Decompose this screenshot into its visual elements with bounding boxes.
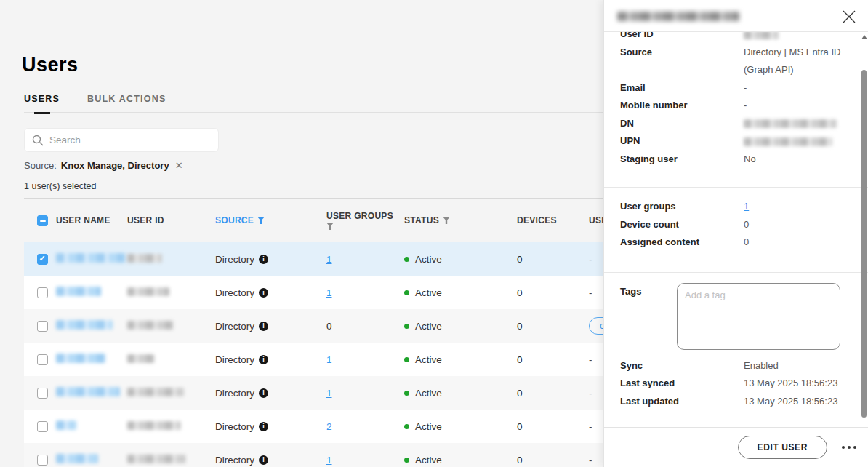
panel-scrollbar[interactable] bbox=[861, 33, 867, 422]
row-checkbox[interactable] bbox=[37, 455, 48, 466]
row-checkbox[interactable] bbox=[37, 388, 48, 399]
user-id-redacted bbox=[127, 287, 169, 296]
stat-field-value: 0 bbox=[744, 234, 749, 252]
table-row[interactable]: Directoryi1Active0- bbox=[24, 242, 649, 276]
edit-user-button[interactable]: EDIT USER bbox=[738, 436, 827, 459]
source-filter-chip: Source: Knox Manage, Directory ✕ bbox=[24, 160, 183, 171]
devices-cell: 0 bbox=[517, 354, 589, 365]
devices-cell: 0 bbox=[517, 321, 589, 332]
scrollbar-up-arrow-icon[interactable] bbox=[861, 35, 867, 39]
user-id-redacted bbox=[127, 455, 185, 463]
info-icon[interactable]: i bbox=[259, 388, 268, 398]
user-detail-panel: User IDSourceDirectory | MS Entra ID (Gr… bbox=[603, 0, 868, 467]
sync-field-label: Last updated bbox=[620, 393, 744, 411]
detail-field-value: Directory | MS Entra ID (Graph API) bbox=[744, 44, 852, 79]
table-row[interactable]: Directoryi2Active0- bbox=[24, 410, 649, 443]
more-actions-icon[interactable] bbox=[840, 442, 858, 453]
source-cell: Directoryi bbox=[215, 254, 326, 265]
stat-field-value: 0 bbox=[744, 216, 749, 234]
add-tag-input[interactable] bbox=[677, 283, 840, 350]
source-cell: Directoryi bbox=[215, 287, 326, 298]
detail-field-value bbox=[744, 32, 779, 44]
sync-field-row: SyncEnabled bbox=[620, 357, 852, 375]
user-name-cell[interactable] bbox=[56, 420, 127, 432]
source-label: Directory bbox=[215, 421, 254, 432]
table-row[interactable]: Directoryi0Active0ca bbox=[24, 309, 649, 343]
user-name-cell[interactable] bbox=[56, 287, 127, 298]
table-row[interactable]: Directoryi1Active0- bbox=[24, 276, 649, 309]
status-label: Active bbox=[415, 321, 442, 332]
row-checkbox[interactable] bbox=[37, 254, 48, 265]
info-icon[interactable]: i bbox=[259, 422, 268, 431]
row-checkbox[interactable] bbox=[37, 354, 48, 365]
user-groups-link[interactable]: 1 bbox=[326, 354, 332, 365]
scrollbar-thumb[interactable] bbox=[861, 70, 867, 418]
user-groups-cell: 1 bbox=[326, 254, 404, 265]
info-icon[interactable]: i bbox=[259, 288, 268, 298]
status-label: Active bbox=[415, 354, 442, 365]
info-icon[interactable]: i bbox=[259, 255, 268, 264]
table-row[interactable]: Directoryi1Active0- bbox=[24, 376, 649, 410]
user-id-redacted bbox=[127, 354, 155, 363]
devices-cell: 0 bbox=[517, 388, 589, 399]
info-icon[interactable]: i bbox=[259, 355, 268, 364]
source-label: Directory bbox=[215, 254, 254, 265]
user-groups-link[interactable]: 2 bbox=[326, 421, 332, 432]
redacted-value bbox=[744, 32, 779, 39]
user-name-cell[interactable] bbox=[56, 354, 127, 365]
column-header-label: SOURCE bbox=[215, 215, 254, 225]
filter-funnel-icon[interactable] bbox=[443, 217, 450, 224]
status-dot-icon bbox=[404, 391, 409, 396]
detail-field-label: DN bbox=[620, 115, 744, 133]
status-label: Active bbox=[415, 455, 442, 466]
row-checkbox[interactable] bbox=[37, 321, 48, 332]
column-header-source[interactable]: SOURCE bbox=[215, 215, 326, 225]
search-box[interactable] bbox=[24, 128, 219, 152]
user-name-cell[interactable] bbox=[56, 253, 127, 265]
source-filter-value: Knox Manage, Directory bbox=[61, 160, 169, 171]
source-filter-label: Source: bbox=[24, 160, 57, 171]
column-header-status[interactable]: STATUS bbox=[404, 215, 517, 225]
stat-field-link[interactable]: 1 bbox=[744, 201, 749, 212]
user-groups-link[interactable]: 1 bbox=[326, 388, 332, 399]
user-name-redacted bbox=[56, 320, 113, 330]
divider bbox=[24, 175, 640, 175]
status-dot-icon bbox=[404, 357, 409, 362]
sync-field-label: Sync bbox=[620, 357, 744, 375]
close-icon[interactable] bbox=[839, 7, 859, 27]
filter-funnel-icon[interactable] bbox=[257, 217, 265, 224]
detail-field-row: Staging userNo bbox=[620, 151, 852, 169]
status-dot-icon bbox=[404, 458, 409, 463]
search-input[interactable] bbox=[49, 135, 211, 145]
user-name-cell[interactable] bbox=[56, 387, 127, 399]
column-header-label: USER GROUPS bbox=[326, 211, 393, 221]
filter-funnel-icon[interactable] bbox=[326, 223, 334, 230]
user-name-cell[interactable] bbox=[56, 320, 127, 332]
remove-filter-icon[interactable]: ✕ bbox=[175, 160, 183, 171]
column-header-user-groups[interactable]: USER GROUPS bbox=[326, 211, 404, 230]
detail-field-value: No bbox=[744, 151, 756, 169]
status-dot-icon bbox=[404, 257, 409, 262]
row-checkbox[interactable] bbox=[37, 287, 48, 298]
user-groups-link[interactable]: 1 bbox=[326, 455, 332, 466]
user-groups-cell: 2 bbox=[326, 421, 404, 432]
detail-field-row: User ID bbox=[620, 32, 852, 44]
table-row[interactable]: Directoryi1Active0- bbox=[24, 343, 649, 376]
user-name-cell[interactable] bbox=[56, 454, 127, 466]
tab-bulk-actions[interactable]: BULK ACTIONS bbox=[87, 94, 166, 113]
user-groups-link[interactable]: 1 bbox=[326, 254, 332, 265]
status-cell: Active bbox=[404, 321, 517, 332]
source-cell: Directoryi bbox=[215, 388, 326, 399]
tab-users[interactable]: USERS bbox=[24, 94, 60, 113]
user-id-cell bbox=[127, 254, 215, 265]
user-groups-link[interactable]: 1 bbox=[326, 287, 332, 298]
detail-field-value bbox=[744, 115, 837, 133]
row-checkbox[interactable] bbox=[37, 421, 48, 432]
stat-field-row: Assigned content0 bbox=[620, 234, 852, 252]
search-icon bbox=[32, 135, 44, 146]
select-all-checkbox[interactable] bbox=[37, 215, 48, 226]
info-icon[interactable]: i bbox=[259, 322, 268, 331]
user-groups-cell: 1 bbox=[326, 287, 404, 298]
info-icon[interactable]: i bbox=[259, 455, 268, 465]
table-row[interactable]: Directoryi1Active0- bbox=[24, 443, 649, 467]
